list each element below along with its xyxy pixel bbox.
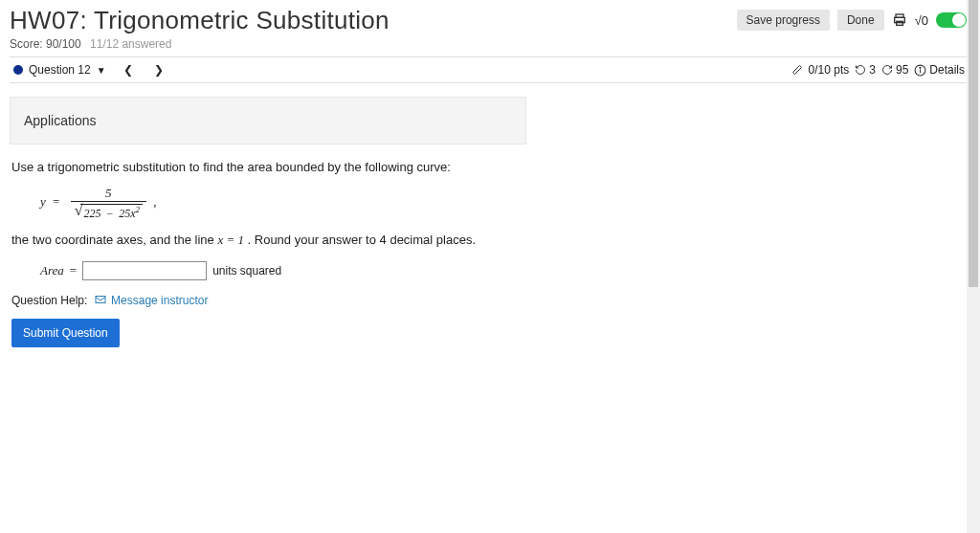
section-banner: Applications (10, 97, 526, 144)
question-prompt-2: the two coordinate axes, and the line x … (11, 233, 967, 248)
question-selector[interactable]: Question 12 ▼ (13, 63, 106, 77)
info-icon (914, 64, 926, 77)
help-label: Question Help: (11, 294, 87, 307)
eq-numerator: 5 (71, 186, 146, 202)
prompt2-b: . Round your answer to 4 decimal places. (248, 233, 476, 247)
question-prompt-1: Use a trigonometric substitution to find… (11, 160, 967, 174)
time-value: 95 (896, 63, 908, 77)
math-mode-label: √0 (915, 13, 928, 28)
eq-rad-op: − (106, 207, 113, 220)
status-dot-icon (13, 65, 23, 75)
submit-question-button[interactable]: Submit Question (11, 319, 120, 347)
scrollbar-thumb[interactable] (969, 0, 978, 287)
eq-equals: = (53, 194, 59, 209)
eq-rad-a: 225 (83, 207, 100, 220)
answered-count: 11/12 answered (90, 37, 171, 51)
prev-question-button[interactable]: ❮ (120, 63, 137, 77)
caret-down-icon: ▼ (97, 65, 106, 76)
edit-icon[interactable] (791, 64, 803, 76)
area-equals: = (70, 263, 77, 278)
math-mode-toggle[interactable] (936, 12, 967, 28)
svg-point-5 (920, 67, 921, 68)
score-line: Score: 90/100 11/12 answered (10, 37, 969, 51)
points-label: 0/10 pts (809, 63, 850, 77)
eq-rad-exp: 2 (136, 205, 141, 214)
message-instructor-link[interactable]: Message instructor (111, 294, 208, 307)
page-title: HW07: Trigonometric Substitution (10, 6, 390, 35)
retry-icon (855, 64, 866, 76)
banner-title: Applications (24, 113, 97, 128)
refresh-icon (881, 64, 893, 76)
question-label: Question 12 (29, 63, 91, 77)
save-progress-button[interactable]: Save progress (737, 10, 830, 31)
svg-rect-6 (96, 297, 105, 303)
eq-lhs: y (40, 194, 46, 209)
details-button[interactable]: Details (914, 63, 965, 77)
mail-icon (95, 294, 109, 307)
done-button[interactable]: Done (837, 10, 884, 31)
equation-display: y = 5 √ 225 − 25x2 (40, 184, 967, 223)
next-question-button[interactable]: ❯ (150, 63, 167, 77)
eq-rad-b: 25x (119, 207, 135, 220)
score-value: Score: 90/100 (10, 37, 81, 51)
units-label: units squared (212, 264, 281, 278)
prompt2-eq: x = 1 (217, 233, 244, 247)
area-input[interactable] (82, 261, 207, 280)
attempts-value: 3 (869, 63, 876, 77)
sqrt-icon: √ 225 − 25x2 (75, 204, 143, 221)
area-label: Area (40, 263, 64, 278)
scrollbar-track[interactable] (967, 0, 980, 533)
print-icon[interactable] (892, 12, 907, 28)
prompt2-a: the two coordinate axes, and the line (11, 233, 217, 247)
details-label: Details (929, 63, 965, 77)
